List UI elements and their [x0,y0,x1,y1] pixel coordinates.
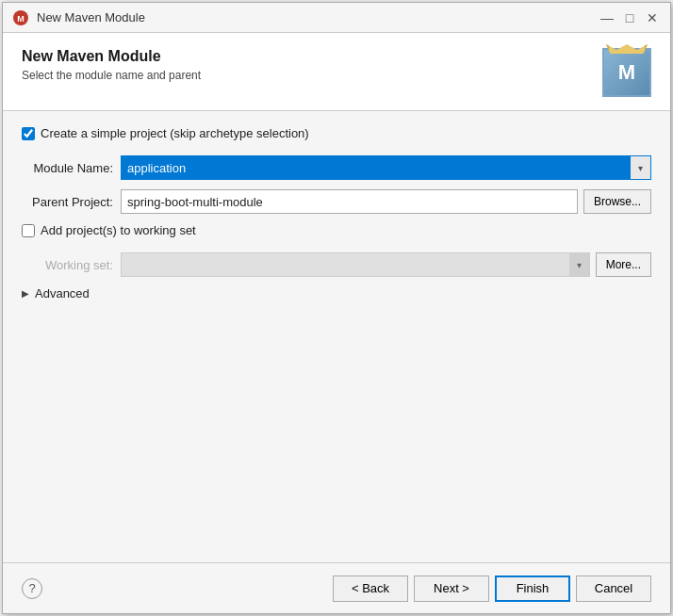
header-subtitle: Select the module name and parent [22,69,201,82]
create-simple-project-row: Create a simple project (skip archetype … [22,126,651,140]
footer-left: ? [22,578,42,599]
minimize-button[interactable]: — [599,9,616,26]
close-button[interactable]: ✕ [644,9,661,26]
parent-project-row: Parent Project: Browse... [22,189,651,214]
add-working-set-row: Add project(s) to working set [22,223,651,237]
maximize-button[interactable]: □ [621,9,638,26]
parent-project-input[interactable] [121,189,578,214]
module-name-input-container: ▾ [121,155,651,180]
module-name-dropdown[interactable]: ▾ [631,155,651,180]
module-name-row: Module Name: ▾ [22,155,651,180]
header-text: New Maven Module Select the module name … [22,48,201,82]
header-title: New Maven Module [22,48,201,65]
finish-button[interactable]: Finish [495,575,570,602]
working-set-label: Working set: [22,258,121,272]
help-button[interactable]: ? [22,578,42,599]
header-section: New Maven Module Select the module name … [3,33,670,111]
title-bar: M New Maven Module — □ ✕ [3,3,670,33]
dialog-title: New Maven Module [37,10,145,24]
create-simple-project-label: Create a simple project (skip archetype … [41,126,309,140]
title-bar-controls: — □ ✕ [599,9,661,26]
maven-logo: M [602,48,651,97]
module-name-label: Module Name: [22,161,121,175]
dialog: M New Maven Module — □ ✕ New Maven Modul… [2,2,671,614]
next-button[interactable]: Next > [414,575,489,602]
advanced-triangle-icon: ▶ [22,288,29,299]
footer: ? < Back Next > Finish Cancel [3,562,670,613]
create-simple-project-checkbox[interactable] [22,127,35,140]
back-button[interactable]: < Back [333,575,408,602]
working-set-input[interactable] [121,252,590,277]
footer-buttons: < Back Next > Finish Cancel [333,575,651,602]
working-set-input-container: ▾ [121,252,590,277]
more-button[interactable]: More... [596,252,651,277]
add-working-set-checkbox[interactable] [22,224,35,237]
advanced-label: Advanced [35,286,90,300]
working-set-dropdown[interactable]: ▾ [569,252,590,277]
parent-project-label: Parent Project: [22,195,121,209]
add-working-set-label: Add project(s) to working set [41,223,196,237]
advanced-row[interactable]: ▶ Advanced [22,286,651,300]
browse-button[interactable]: Browse... [583,189,651,214]
module-name-input[interactable] [121,155,651,180]
maven-icon: M [12,9,29,26]
cancel-button[interactable]: Cancel [576,575,651,602]
title-bar-left: M New Maven Module [12,9,145,26]
svg-text:M: M [17,14,25,24]
working-set-row: Working set: ▾ More... [22,252,651,277]
content-area: Create a simple project (skip archetype … [3,111,670,562]
